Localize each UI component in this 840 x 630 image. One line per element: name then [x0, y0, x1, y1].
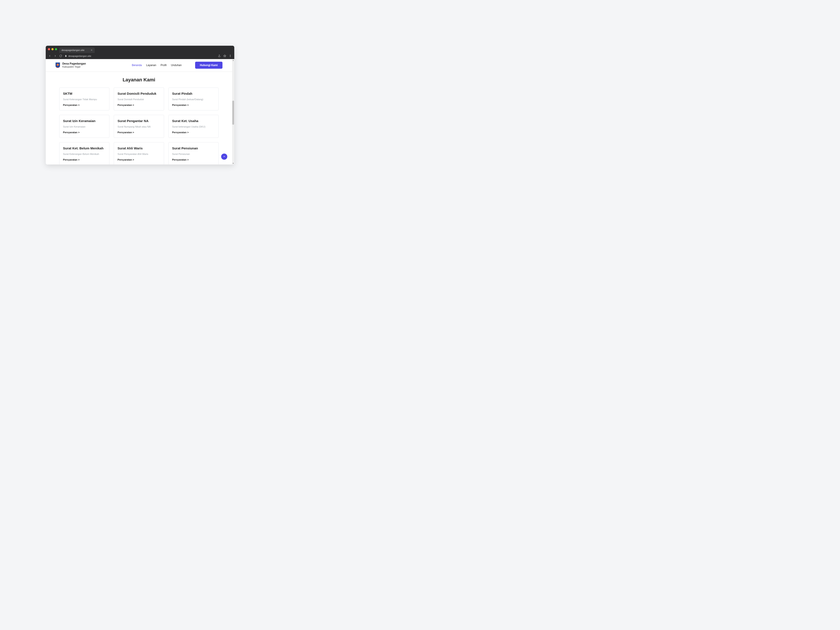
nav-beranda[interactable]: Beranda: [132, 64, 142, 67]
card-pindah: Surat Pindah Surat Pindah (keluar/Datang…: [169, 87, 218, 111]
lock-icon: [65, 55, 67, 57]
scroll-thumb[interactable]: [232, 101, 234, 125]
address-bar: desapagedangan.site: [46, 53, 234, 59]
section-title: Layanan Kami: [46, 77, 232, 83]
card-title: Surat Ahli Waris: [117, 146, 160, 150]
card-link[interactable]: Persyaratan >: [117, 131, 160, 134]
card-title: Surat Pensiunan: [172, 146, 215, 150]
card-link[interactable]: Persyaratan >: [172, 131, 215, 134]
scrollbar[interactable]: ▴ ▾: [232, 59, 234, 164]
close-window-button[interactable]: [48, 48, 50, 50]
browser-window: desapagedangan.site ✕ desapagedangan.sit…: [46, 46, 234, 164]
url-display[interactable]: desapagedangan.site: [65, 55, 91, 57]
card-izin-keramaian: Surat Izin Keramaian Surat Izin Keramaia…: [59, 115, 109, 138]
card-ket-usaha: Surat Ket. Usaha Surat keterangan Usaha …: [169, 115, 218, 138]
card-ahli-waris: Surat Ahli Waris Surat Persyaratan Ahli …: [114, 142, 164, 164]
card-link[interactable]: Persyaratan >: [117, 104, 160, 106]
card-desc: Surat Keterangan Tidak Mampu: [63, 98, 106, 101]
card-title: Surat Izin Keramaian: [63, 119, 106, 123]
bookmark-star-icon[interactable]: [223, 54, 226, 57]
card-title: Surat Pengantar NA: [117, 119, 160, 123]
viewport: Desa Pagedangan Kabupaten Tegal Beranda …: [46, 59, 234, 164]
forward-icon[interactable]: [54, 54, 57, 57]
svg-point-3: [230, 57, 231, 57]
card-domisili: Surat Domisili Penduduk Surat Domisili P…: [114, 87, 164, 111]
card-desc: Surat keterangan Usaha (SKU): [172, 125, 215, 128]
card-title: Surat Domisili Penduduk: [117, 92, 160, 95]
card-link[interactable]: Persyaratan >: [63, 158, 106, 161]
card-pengantar-na: Surat Pengantar NA Surat Numpang Nikah a…: [114, 115, 164, 138]
nav-layanan[interactable]: Layanan: [146, 64, 156, 67]
scroll-up-arrow-icon[interactable]: ▴: [232, 59, 234, 61]
page-content: Desa Pagedangan Kabupaten Tegal Beranda …: [46, 59, 232, 164]
card-sktm: SKTM Surat Keterangan Tidak Mampu Persya…: [59, 87, 109, 111]
titlebar: desapagedangan.site ✕: [46, 46, 234, 53]
card-desc: Surat Pensiunan: [172, 153, 215, 155]
card-title: Surat Ket. Belum Menikah: [63, 146, 106, 150]
site-logo-icon: [55, 62, 60, 68]
close-tab-icon[interactable]: ✕: [90, 49, 93, 52]
site-header: Desa Pagedangan Kabupaten Tegal Beranda …: [46, 59, 232, 72]
brand-block: Desa Pagedangan Kabupaten Tegal: [62, 62, 86, 68]
scroll-to-top-button[interactable]: [221, 153, 227, 160]
brand-name: Desa Pagedangan: [62, 62, 86, 65]
card-desc: Surat Domisili Penduduk: [117, 98, 160, 101]
back-icon[interactable]: [48, 54, 51, 57]
main-nav: Beranda Layanan Profil Unduhan: [132, 64, 182, 67]
scroll-down-arrow-icon[interactable]: ▾: [232, 162, 234, 164]
card-title: Surat Pindah: [172, 92, 215, 95]
nav-profil[interactable]: Profil: [161, 64, 166, 67]
arrow-up-icon: [223, 155, 226, 158]
card-desc: Surat Izin Keramaian: [63, 125, 106, 128]
card-link[interactable]: Persyaratan >: [63, 104, 106, 106]
svg-marker-0: [224, 55, 226, 57]
share-icon[interactable]: [218, 54, 221, 57]
card-belum-menikah: Surat Ket. Belum Menikah Surat Keteranga…: [59, 142, 109, 164]
brand-subtitle: Kabupaten Tegal: [62, 65, 86, 68]
window-controls: [48, 48, 57, 50]
card-desc: Surat Pindah (keluar/Datang): [172, 98, 215, 101]
maximize-window-button[interactable]: [55, 48, 57, 50]
card-link[interactable]: Persyaratan >: [63, 131, 106, 134]
cards-grid: SKTM Surat Keterangan Tidak Mampu Persya…: [46, 87, 232, 164]
card-desc: Surat Numpang Nikah atau NA: [117, 125, 160, 128]
card-title: SKTM: [63, 92, 106, 95]
card-desc: Surat Keterangan Belum Menikah: [63, 153, 106, 155]
svg-point-2: [230, 56, 231, 56]
url-text: desapagedangan.site: [68, 55, 91, 57]
card-title: Surat Ket. Usaha: [172, 119, 215, 123]
minimize-window-button[interactable]: [51, 48, 54, 50]
kebab-menu-icon[interactable]: [229, 54, 232, 57]
nav-unduhan[interactable]: Unduhan: [171, 64, 182, 67]
card-link[interactable]: Persyaratan >: [172, 158, 215, 161]
card-desc: Surat Persyaratan Ahli Waris: [117, 153, 160, 155]
contact-button[interactable]: Hubungi Kami: [195, 62, 223, 69]
card-link[interactable]: Persyaratan >: [172, 104, 215, 106]
svg-point-1: [230, 55, 231, 55]
card-pensiunan: Surat Pensiunan Surat Pensiunan Persyara…: [169, 142, 218, 164]
card-link[interactable]: Persyaratan >: [117, 158, 160, 161]
reload-icon[interactable]: [59, 54, 62, 57]
tab-title: desapagedangan.site: [62, 49, 84, 51]
browser-tab[interactable]: desapagedangan.site ✕: [59, 47, 95, 53]
